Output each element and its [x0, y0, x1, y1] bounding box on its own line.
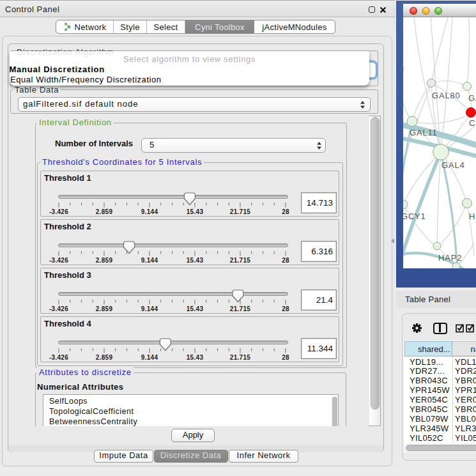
- svg-text:C: C: [469, 118, 475, 128]
- svg-text:H: H: [469, 211, 475, 221]
- svg-text:GA: GA: [468, 93, 476, 103]
- svg-text:GAL4: GAL4: [441, 160, 464, 170]
- svg-text:GAL11: GAL11: [410, 128, 438, 137]
- svg-text:HAP2: HAP2: [438, 253, 462, 263]
- svg-text:GAL80: GAL80: [432, 91, 460, 100]
- svg-text:GCY1: GCY1: [403, 211, 426, 221]
